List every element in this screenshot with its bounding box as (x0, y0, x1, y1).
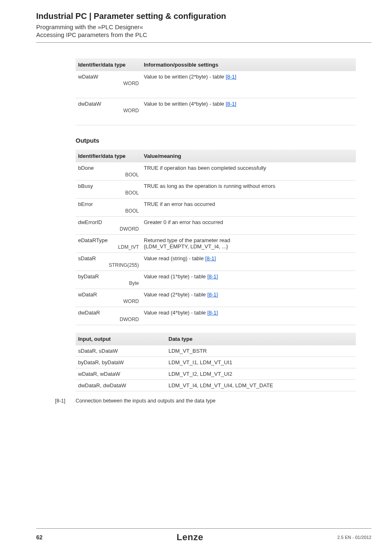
identifier-type: WORD (78, 80, 139, 86)
io-type: LDM_VT_I4, LDM_VT_UI4, LDM_VT_DATE (166, 380, 356, 391)
value-text: Value read (string) - table (144, 255, 205, 261)
table-row: dwErrorIDDWORD Greater 0 if an error has… (76, 217, 356, 235)
table-caption: [8-1] Connection between the inputs and … (76, 398, 356, 404)
identifier-type: BOOL (78, 189, 139, 196)
inputs-header-info: Information/possible settings (141, 58, 356, 71)
identifier-name: dwErrorID (78, 219, 139, 225)
identifier-name: bBusy (78, 183, 139, 189)
identifier-type: WORD (78, 107, 139, 113)
table-row: byDataRByte Value read (1*byte) - table … (76, 271, 356, 289)
outputs-header-value: Value/meaning (141, 150, 356, 162)
identifier-type: DWORD (78, 316, 139, 322)
identifier-type: BOOL (78, 207, 139, 214)
table-row: sDataRSTRING(255) Value read (string) - … (76, 253, 356, 271)
value-text: Returned type of the parameter read {LDM… (141, 235, 356, 253)
identifier-name: dwDataR (78, 310, 139, 316)
table-row: wDataR, wDataWLDM_VT_I2, LDM_VT_UI2 (76, 368, 356, 380)
table-ref-link[interactable]: [8-1] (207, 291, 218, 298)
identifier-name: bDone (78, 165, 139, 171)
outputs-table: Identifier/data type Value/meaning bDone… (76, 150, 356, 325)
brand-logo: Lenze (177, 532, 203, 543)
page-subtitle-1: Programming with the »PLC Designer« (36, 23, 371, 30)
io-header-inputoutput: Input, output (76, 333, 166, 345)
table-ref-link[interactable]: [8-1] (207, 273, 218, 280)
footer-divider (36, 528, 371, 529)
header-divider (36, 42, 371, 43)
io-name: dwDataR, dwDataW (76, 380, 166, 391)
table-row: sDataR, sDataWLDM_VT_BSTR (76, 345, 356, 357)
identifier-type: DWORD (78, 225, 139, 232)
info-text: Value to be written (2*byte) - table (144, 74, 226, 80)
table-row: bDoneBOOL TRUE if operation has been com… (76, 162, 356, 180)
value-text: TRUE if operation has been completed suc… (141, 162, 356, 180)
table-row: bBusyBOOL TRUE as long as the operation … (76, 180, 356, 199)
table-ref-link[interactable]: [8-1] (207, 310, 218, 316)
content: Identifier/data type Information/possibl… (76, 58, 356, 404)
identifier-name: sDataR (78, 255, 139, 261)
page-subtitle-2: Accessing IPC parameters from the PLC (36, 31, 371, 38)
io-datatype-table: Input, output Data type sDataR, sDataWLD… (76, 333, 356, 391)
table-ref-link[interactable]: [8-1] (226, 101, 236, 107)
identifier-name: byDataR (78, 273, 139, 280)
io-name: byDataR, byDataW (76, 357, 166, 368)
value-text: Value read (4*byte) - table (144, 310, 207, 316)
info-text: Value to be written (4*byte) - table (144, 101, 226, 107)
outputs-heading: Outputs (76, 137, 356, 144)
value-text: Greater 0 if an error has occurred (141, 217, 356, 235)
inputs-header-identifier: Identifier/data type (76, 58, 141, 71)
identifier-name: wDataW (78, 74, 139, 80)
io-type: LDM_VT_I2, LDM_VT_UI2 (166, 368, 356, 380)
io-header-datatype: Data type (166, 333, 356, 345)
outputs-header-identifier: Identifier/data type (76, 150, 141, 162)
identifier-type: STRING(255) (78, 261, 139, 268)
value-text: TRUE if an error has occurred (141, 199, 356, 217)
page-title: Industrial PC | Parameter setting & conf… (36, 12, 371, 21)
page-number: 62 (36, 534, 43, 541)
page-header: Industrial PC | Parameter setting & conf… (0, 0, 392, 38)
table-row: byDataR, byDataWLDM_VT_I1, LDM_VT_UI1 (76, 357, 356, 368)
io-type: LDM_VT_BSTR (166, 345, 356, 357)
table-row: wDataW WORD Value to be written (2*byte)… (76, 71, 356, 98)
identifier-name: bError (78, 201, 139, 207)
io-name: sDataR, sDataW (76, 345, 166, 357)
page-footer: 62 Lenze 2.5 EN - 01/2012 (0, 528, 392, 543)
table-row: eDataRTypeLDM_tVT Returned type of the p… (76, 235, 356, 253)
io-type: LDM_VT_I1, LDM_VT_UI1 (166, 357, 356, 368)
caption-text: Connection between the inputs and output… (76, 398, 216, 404)
table-row: bErrorBOOL TRUE if an error has occurred (76, 199, 356, 217)
inputs-table: Identifier/data type Information/possibl… (76, 58, 356, 125)
table-row: wDataRWORD Value read (2*byte) - table [… (76, 289, 356, 307)
table-ref-link[interactable]: [8-1] (205, 255, 216, 261)
table-ref-link[interactable]: [8-1] (226, 74, 236, 80)
doc-version: 2.5 EN - 01/2012 (337, 535, 371, 540)
identifier-type: BOOL (78, 171, 139, 178)
identifier-type: Byte (78, 280, 139, 286)
value-text: TRUE as long as the operation is running… (141, 180, 356, 199)
identifier-name: wDataR (78, 291, 139, 298)
identifier-type: LDM_tVT (78, 243, 139, 250)
table-row: dwDataRDWORD Value read (4*byte) - table… (76, 307, 356, 325)
value-text: Value read (2*byte) - table (144, 291, 207, 298)
identifier-type: WORD (78, 298, 139, 304)
identifier-name: eDataRType (78, 237, 139, 243)
caption-tag: [8-1] (55, 398, 76, 404)
value-text: Value read (1*byte) - table (144, 273, 207, 280)
io-name: wDataR, wDataW (76, 368, 166, 380)
table-row: dwDataW WORD Value to be written (4*byte… (76, 98, 356, 125)
table-row: dwDataR, dwDataWLDM_VT_I4, LDM_VT_UI4, L… (76, 380, 356, 391)
identifier-name: dwDataW (78, 101, 139, 107)
